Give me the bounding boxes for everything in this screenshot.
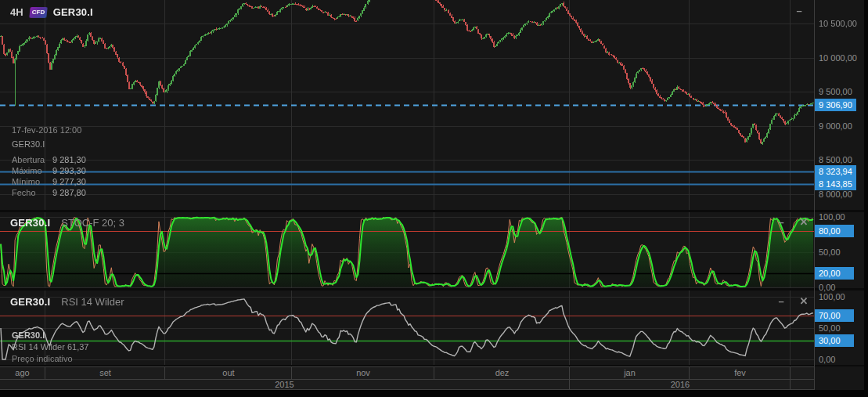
price-axis-badge: 8 323,94: [815, 165, 856, 178]
rsi-axis-tick: 50,00: [819, 323, 841, 334]
time-axis-month-cell: [790, 367, 815, 379]
stochastic-indicator-label[interactable]: STOC-F 20; 3: [61, 217, 124, 229]
panel-separator: [0, 288, 868, 291]
stochastic-axis-tick: 50,00: [819, 247, 841, 258]
tooltip-low-row: Mínimo 9 277,30: [12, 176, 86, 187]
stochastic-symbol-label: GER30.I: [10, 217, 50, 229]
time-axis-month-cell: out: [164, 367, 292, 379]
time-axis-years: 20152016: [0, 380, 814, 390]
main-price-chart[interactable]: [0, 0, 814, 210]
time-axis-month-cell: jan: [569, 367, 690, 379]
price-axis-badge: 8 143,85: [815, 178, 856, 190]
rsi-axis-badge: 70,00: [815, 309, 854, 322]
main-chart-header: 4H CFD GER30.I: [10, 6, 93, 18]
time-axis-month-cell: nov: [291, 367, 434, 379]
trading-chart-window: 4H CFD GER30.I – 17-fev-2016 12:00 GER30…: [0, 0, 868, 397]
symbol-label: GER30.I: [53, 6, 93, 18]
window-right-edge: [864, 0, 868, 397]
price-axis-badge: 9 306,90: [815, 99, 856, 111]
time-axis-year-cell: 2016: [569, 380, 791, 389]
minimize-rsi-button[interactable]: –: [774, 295, 788, 308]
rsi-indicator-label[interactable]: RSI 14 Wilder: [61, 296, 124, 308]
close-rsi-button[interactable]: ✕: [797, 295, 811, 308]
window-bottom-edge: [0, 390, 868, 397]
panel-separator: [0, 210, 868, 212]
rsi-info-symbol: GER30.I: [12, 330, 88, 341]
indicative-price-note: Preço indicativo: [12, 353, 88, 365]
time-axis-month-cell: fev: [689, 367, 791, 379]
cfd-instrument-badge: CFD: [29, 7, 47, 18]
rsi-symbol-label: GER30.I: [10, 296, 50, 308]
rsi-axis-tick: 0,00: [819, 354, 835, 365]
timeframe-label[interactable]: 4H: [10, 6, 23, 18]
stochastic-axis-badge: 20,00: [815, 267, 854, 280]
rsi-axis-tick: 100,00: [819, 291, 845, 302]
price-axis-tick: 8 500,00: [819, 154, 852, 165]
rsi-panel-header: GER30.I RSI 14 Wilder: [10, 296, 124, 308]
stochastic-axis-badge: 80,00: [815, 225, 854, 237]
tooltip-datetime: 17-fev-2016 12:00: [12, 125, 86, 135]
price-axis-tick: 10 000,00: [819, 52, 857, 63]
time-axis-month-cell: ago: [0, 367, 45, 379]
price-axis-tick: 9 000,00: [819, 121, 852, 132]
rsi-info-reading: RSI 14 Wilder 61,37: [12, 341, 88, 353]
tooltip-close-row: Fecho 9 287,80: [12, 187, 86, 198]
ohlc-tooltip: 17-fev-2016 12:00 GER30.I Abertura 9 281…: [12, 125, 86, 198]
stochastic-panel-header: GER30.I STOC-F 20; 3: [10, 217, 124, 229]
price-axis-tick: 10 500,00: [819, 18, 857, 29]
rsi-axis-badge: 30,00: [815, 334, 854, 347]
time-axis-month-cell: set: [45, 367, 165, 379]
minimize-main-chart-button[interactable]: –: [792, 5, 806, 17]
rsi-info-block: GER30.I RSI 14 Wilder 61,37 Preço indica…: [12, 330, 88, 365]
price-axis-tick: 9 500,00: [819, 86, 852, 97]
time-axis-month-cell: dez: [434, 367, 570, 379]
time-axis-months: agosetoutnovdezjanfev: [0, 366, 814, 380]
minimize-stochastic-button[interactable]: –: [774, 216, 788, 229]
tooltip-symbol: GER30.I: [12, 139, 86, 149]
close-stochastic-button[interactable]: ✕: [797, 216, 811, 229]
tooltip-high-row: Máximo 9 293,30: [12, 165, 86, 176]
price-axis-border: [814, 0, 815, 390]
stochastic-axis-tick: 100,00: [819, 211, 845, 222]
time-axis-year-cell: [790, 380, 815, 389]
tooltip-open-row: Abertura 9 281,30: [12, 154, 86, 165]
time-axis-year-cell: 2015: [0, 380, 569, 389]
